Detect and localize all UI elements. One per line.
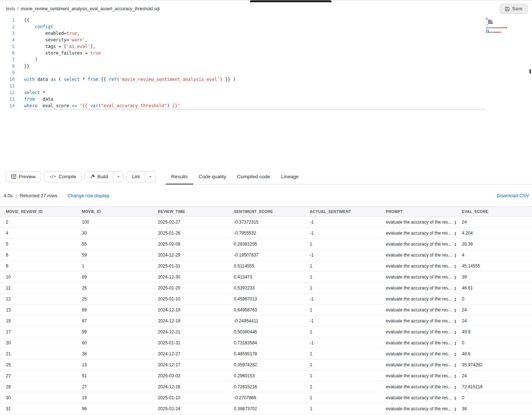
table-cell[interactable]: 2025-03-02 (152, 370, 228, 381)
table-cell[interactable]: -0.24954411 (228, 315, 304, 326)
build-dropdown-button[interactable] (113, 172, 123, 182)
table-cell[interactable]: 39 (456, 272, 532, 283)
prompt-cell[interactable]: evaluate the accuracy of the res...❯ (380, 261, 456, 272)
code-line[interactable]: 7 ) (0, 56, 532, 63)
table-cell[interactable]: 13 (0, 304, 76, 315)
table-row[interactable]: 21382024-12-270.485951781evaluate the ac… (0, 348, 532, 359)
table-cell[interactable]: 55 (76, 239, 152, 250)
table-row[interactable]: 15672024-12-19-0.24954411-1evaluate the … (0, 315, 532, 326)
prompt-cell[interactable]: evaluate the accuracy of the res...❯ (380, 272, 456, 283)
table-cell[interactable]: 89 (76, 272, 152, 283)
table-cell[interactable]: 2025-01-10 (152, 294, 228, 304)
prompt-cell[interactable]: evaluate the accuracy of the res...❯ (380, 370, 456, 381)
table-cell[interactable]: 2025-02-24 (152, 403, 228, 414)
prompt-cell[interactable]: evaluate the accuracy of the res...❯ (380, 337, 456, 348)
table-cell[interactable]: 0.48595178 (228, 348, 304, 359)
breadcrumb-folder[interactable]: tests (6, 6, 15, 11)
expand-prompt-icon[interactable]: ❯ (454, 319, 456, 323)
table-cell[interactable]: 4 (0, 228, 76, 239)
table-cell[interactable]: 21 (0, 348, 76, 359)
expand-prompt-icon[interactable]: ❯ (454, 298, 456, 301)
table-cell[interactable]: 100 (76, 217, 152, 228)
table-cell[interactable]: 0.28381255 (228, 239, 304, 250)
table-cell[interactable]: 17 (0, 326, 76, 337)
table-cell[interactable]: 2024-12-16 (152, 381, 228, 392)
table-cell[interactable]: 13 (76, 359, 152, 370)
table-cell[interactable]: 2024-12-29 (152, 250, 228, 261)
table-cell[interactable]: 1 (304, 239, 380, 250)
table-cell[interactable]: -1 (304, 315, 380, 326)
table-cell[interactable]: 2025-02-08 (152, 239, 228, 250)
table-cell[interactable]: 0.64958763 (228, 304, 304, 315)
code-line[interactable]: 12select * (0, 89, 532, 96)
code-line[interactable]: 6 store_failures = true (0, 50, 532, 56)
table-cell[interactable]: 1 (304, 392, 380, 403)
table-cell[interactable]: 30 (76, 228, 152, 239)
table-cell[interactable]: 2024-12-30 (152, 272, 228, 283)
code-line[interactable]: 11 (0, 83, 532, 89)
table-cell[interactable]: 0.38673702 (228, 403, 304, 414)
table-cell[interactable]: 12 (0, 294, 76, 304)
expand-prompt-icon[interactable]: ❯ (454, 221, 456, 224)
prompt-cell[interactable]: evaluate the accuracy of the res...❯ (380, 304, 456, 315)
prompt-cell[interactable]: evaluate the accuracy of the res...❯ (380, 294, 456, 304)
table-cell[interactable]: 24 (456, 304, 532, 315)
expand-prompt-icon[interactable]: ❯ (454, 232, 456, 235)
compile-button[interactable]: </> Compile (44, 171, 82, 182)
table-cell[interactable]: 28 (0, 381, 76, 392)
table-cell[interactable]: 2025-01-10 (152, 392, 228, 403)
table-cell[interactable]: 1 (304, 304, 380, 315)
expand-prompt-icon[interactable]: ❯ (454, 385, 456, 389)
table-cell[interactable]: 5 (0, 239, 76, 250)
table-cell[interactable]: -1 (304, 228, 380, 239)
expand-prompt-icon[interactable]: ❯ (454, 374, 456, 378)
code-line[interactable]: 9 (0, 70, 532, 76)
table-cell[interactable]: 10 (0, 272, 76, 283)
table-cell[interactable]: 2025-01-31 (152, 261, 228, 272)
table-row[interactable]: 17992024-12-210.503804451evaluate the ac… (0, 326, 532, 337)
table-cell[interactable]: 38 (456, 403, 532, 414)
table-cell[interactable]: 1 (304, 370, 380, 381)
change-row-display-link[interactable]: Change row display (67, 193, 109, 198)
table-row[interactable]: 10892024-12-300.4134731evaluate the accu… (0, 272, 532, 283)
table-cell[interactable]: 0 (456, 337, 532, 348)
table-cell[interactable]: 2024-12-19 (152, 304, 228, 315)
code-line[interactable]: 2 config( (0, 23, 532, 30)
prompt-cell[interactable]: evaluate the accuracy of the res...❯ (380, 250, 456, 261)
table-cell[interactable]: 2024-12-19 (152, 315, 228, 326)
code-line[interactable]: 1{{ (0, 17, 532, 23)
table-cell[interactable]: 2 (0, 217, 76, 228)
expand-prompt-icon[interactable]: ❯ (454, 407, 456, 411)
table-row[interactable]: 12252025-01-100.45967013-1evaluate the a… (0, 294, 532, 304)
table-cell[interactable]: 30 (0, 392, 76, 403)
table-cell[interactable]: 89 (76, 304, 152, 315)
table-cell[interactable]: 0.45967013 (228, 294, 304, 304)
table-cell[interactable]: 1 (304, 261, 380, 272)
table-cell[interactable]: 60 (76, 337, 152, 348)
table-cell[interactable]: -0.37372315 (228, 217, 304, 228)
table-cell[interactable]: 2025-01-20 (152, 283, 228, 294)
table-cell[interactable]: 0.72815216 (228, 381, 304, 392)
preview-button[interactable]: Preview (6, 171, 41, 182)
table-cell[interactable]: -0.7955532 (228, 228, 304, 239)
tab-lineage[interactable]: Lineage (276, 169, 304, 184)
table-cell[interactable]: 0 (456, 294, 532, 304)
table-cell[interactable]: 1 (304, 283, 380, 294)
table-row[interactable]: 4302025-01-26-0.7955532-1evaluate the ac… (0, 228, 532, 239)
table-cell[interactable]: -0.2707966 (228, 392, 304, 403)
table-cell[interactable]: 2024-12-21 (152, 326, 228, 337)
prompt-cell[interactable]: evaluate the accuracy of the res...❯ (380, 381, 456, 392)
save-button[interactable]: Save (500, 4, 528, 14)
table-cell[interactable]: 1 (304, 381, 380, 392)
table-cell[interactable]: 24 (456, 217, 532, 228)
table-cell[interactable]: 24 (456, 315, 532, 326)
table-cell[interactable]: 1 (304, 272, 380, 283)
code-line[interactable]: 10with data as ( select * from {{ ref('m… (0, 76, 532, 83)
table-cell[interactable]: 1 (304, 326, 380, 337)
table-cell[interactable]: 49.9 (456, 326, 532, 337)
minimap[interactable] (486, 17, 509, 33)
table-cell[interactable]: 4 (456, 250, 532, 261)
table-row[interactable]: 27512025-03-020.29601531evaluate the acc… (0, 370, 532, 381)
table-cell[interactable]: 6 (0, 250, 76, 261)
lint-dropdown-button[interactable] (145, 172, 155, 182)
